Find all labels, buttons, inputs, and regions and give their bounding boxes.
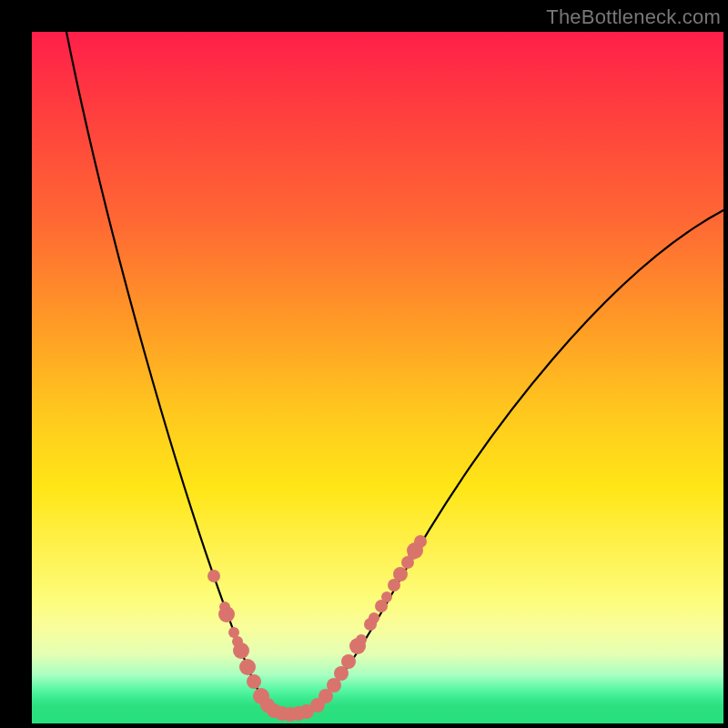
chart-frame: TheBottleneck.com xyxy=(0,0,728,728)
data-dot xyxy=(247,674,261,689)
data-dot xyxy=(381,592,392,602)
dots-group xyxy=(207,535,427,722)
data-dot xyxy=(207,570,220,582)
data-dot xyxy=(369,612,379,623)
curve-left-branch xyxy=(66,32,276,712)
curves-group xyxy=(66,32,723,713)
curve-layer xyxy=(32,32,723,723)
data-dot xyxy=(414,535,427,548)
data-dot xyxy=(408,549,419,560)
data-dot xyxy=(218,606,235,622)
data-dot xyxy=(239,659,256,675)
data-dot xyxy=(393,567,408,581)
plot-area xyxy=(32,32,723,723)
data-dot xyxy=(233,642,249,659)
curve-right-branch xyxy=(307,210,723,712)
watermark-text: TheBottleneck.com xyxy=(546,5,721,29)
data-dot xyxy=(356,634,367,645)
data-dot xyxy=(341,654,356,669)
